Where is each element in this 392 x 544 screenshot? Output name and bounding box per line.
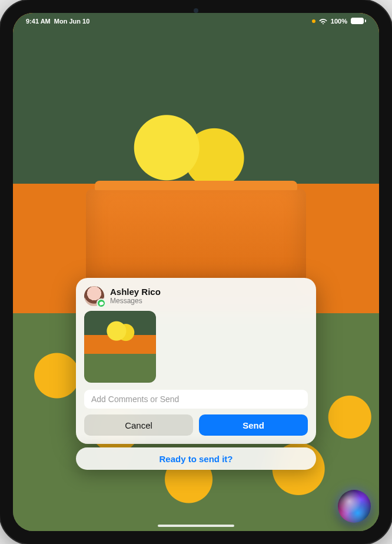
locating-indicator-icon <box>312 19 315 23</box>
contact-avatar[interactable] <box>84 286 104 306</box>
share-preview-card: Ashley Rico Messages Cancel Send <box>76 278 316 444</box>
home-indicator[interactable] <box>158 525 234 527</box>
status-time: 9:41 AM <box>26 18 51 25</box>
messages-app-badge-icon <box>97 298 106 308</box>
battery-percent: 100% <box>331 18 347 25</box>
wifi-icon <box>319 18 327 24</box>
siri-orb-icon[interactable] <box>338 490 371 523</box>
contact-name: Ashley Rico <box>110 287 161 297</box>
ipad-device-frame: 9:41 AM Mon Jun 10 100% <box>0 0 392 544</box>
screen: 9:41 AM Mon Jun 10 100% <box>13 13 379 531</box>
siri-confirmation-prompt[interactable]: Ready to send it? <box>76 447 316 470</box>
front-camera <box>194 8 198 13</box>
attachment-thumbnail[interactable] <box>84 311 156 383</box>
contact-app-label: Messages <box>110 297 161 306</box>
status-bar: 9:41 AM Mon Jun 10 100% <box>13 13 379 27</box>
share-card-header: Ashley Rico Messages <box>84 286 308 306</box>
comment-input[interactable] <box>84 390 308 409</box>
status-date: Mon Jun 10 <box>54 18 90 25</box>
battery-icon <box>351 18 366 24</box>
cancel-button[interactable]: Cancel <box>84 414 193 436</box>
send-button[interactable]: Send <box>199 414 308 436</box>
